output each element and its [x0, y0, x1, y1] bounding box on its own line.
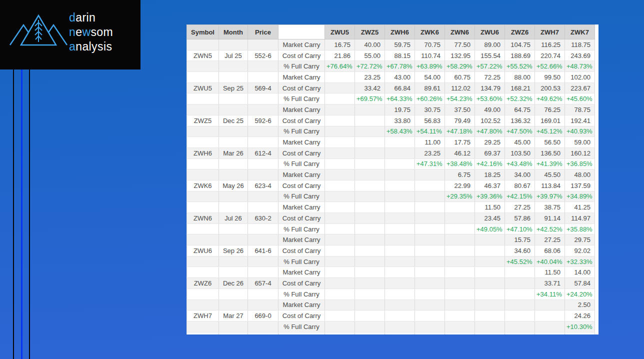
- price-cell: 641-6: [248, 246, 278, 256]
- price-cell: [248, 202, 278, 213]
- row-label-cell: % Full Carry: [278, 321, 325, 332]
- value-cell: 102.00: [565, 72, 595, 83]
- value-cell: 76.25: [535, 104, 565, 116]
- value-cell: 29.75: [565, 234, 595, 246]
- row-label-cell: Market Carry: [278, 72, 325, 83]
- value-cell: 99.50: [535, 72, 565, 83]
- value-cell: +42.16%: [475, 158, 505, 170]
- value-cell: 60.75: [445, 72, 475, 83]
- row-label-cell: Cost of Carry: [278, 115, 325, 126]
- symbol-cell: [187, 191, 219, 202]
- value-cell: +40.04%: [535, 256, 565, 267]
- price-cell: [248, 126, 278, 137]
- value-cell: 56.83: [415, 115, 445, 126]
- symbol-cell: [187, 170, 219, 180]
- row-label-cell: % Full Carry: [278, 224, 325, 234]
- symbol-cell: [187, 300, 219, 310]
- value-cell: [325, 288, 355, 300]
- value-cell: [385, 288, 415, 300]
- symbol-cell: [187, 40, 219, 50]
- row-label-cell: % Full Carry: [278, 158, 325, 170]
- value-cell: +32.33%: [565, 256, 595, 267]
- month-cell: [219, 158, 248, 170]
- value-cell: 103.50: [505, 148, 535, 158]
- table-row: ZWH6Mar 26612-4Cost of Carry23.2546.1269…: [187, 148, 595, 158]
- value-cell: 54.00: [415, 72, 445, 83]
- value-cell: [445, 202, 475, 213]
- value-cell: +29.35%: [445, 191, 475, 202]
- value-cell: [385, 234, 415, 246]
- price-cell: [248, 104, 278, 116]
- value-cell: 57.84: [565, 278, 595, 289]
- page: { "colors": { "logo_accent_blue": "#3ea2…: [0, 0, 644, 359]
- row-label-cell: Market Carry: [278, 40, 325, 50]
- table-row: ZWU5Sep 25569-4Cost of Carry33.4266.8489…: [187, 82, 595, 94]
- value-cell: [445, 246, 475, 256]
- value-cell: [385, 137, 415, 148]
- symbol-cell: [187, 137, 219, 148]
- price-cell: [248, 40, 278, 50]
- value-cell: [325, 137, 355, 148]
- value-cell: [355, 191, 385, 202]
- month-cell: [219, 267, 248, 278]
- value-cell: [475, 278, 505, 289]
- month-cell: [219, 137, 248, 148]
- column-header: Symbol: [187, 25, 219, 40]
- value-cell: +69.57%: [355, 94, 385, 104]
- value-cell: [385, 246, 415, 256]
- value-cell: [325, 321, 355, 332]
- value-cell: [385, 332, 415, 334]
- value-cell: +39.36%: [475, 191, 505, 202]
- symbol-cell: [187, 267, 219, 278]
- month-cell: [219, 40, 248, 50]
- value-cell: [355, 332, 385, 334]
- value-cell: [475, 256, 505, 267]
- value-cell: [355, 224, 385, 234]
- row-label-cell: Cost of Carry: [278, 310, 325, 322]
- row-label-cell: % Full Carry: [278, 256, 325, 267]
- table-row: Market Carry11.0017.7529.2545.0056.5059.…: [187, 137, 595, 148]
- month-cell: [219, 300, 248, 310]
- value-cell: [475, 321, 505, 332]
- table-row: % Full Carry+45.52%+40.04%+32.33%: [187, 256, 595, 267]
- value-cell: 34.00: [505, 170, 535, 180]
- value-cell: [385, 170, 415, 180]
- month-cell: [219, 202, 248, 213]
- table-row: ZWZ6Dec 26657-4Cost of Carry33.7157.84: [187, 278, 595, 289]
- price-cell: 630-2: [248, 213, 278, 224]
- table-row: ZWU6Sep 26641-6Cost of Carry34.6068.0692…: [187, 246, 595, 256]
- value-cell: [505, 267, 535, 278]
- value-cell: 79.49: [445, 115, 475, 126]
- value-cell: [385, 224, 415, 234]
- row-label-cell: Cost of Carry: [278, 148, 325, 158]
- row-label-cell: Market Carry: [278, 300, 325, 310]
- value-cell: [445, 256, 475, 267]
- value-cell: 136.50: [535, 148, 565, 158]
- value-cell: 38.75: [535, 202, 565, 213]
- value-cell: +76.64%: [325, 61, 355, 72]
- table-row: ZWN5Jul 25552-6Cost of Carry21.8655.0088…: [187, 50, 595, 61]
- value-cell: 22.99: [445, 180, 475, 191]
- value-cell: [325, 94, 355, 104]
- value-cell: [325, 170, 355, 180]
- table-row: Market Carry11.5027.2538.7541.25: [187, 202, 595, 213]
- price-cell: [248, 234, 278, 246]
- value-cell: +42.15%: [505, 191, 535, 202]
- month-cell: Sep 26: [219, 246, 248, 256]
- value-cell: +49.62%: [535, 94, 565, 104]
- value-cell: [475, 234, 505, 246]
- value-cell: [355, 148, 385, 158]
- value-cell: +49.05%: [475, 224, 505, 234]
- value-cell: [445, 332, 475, 334]
- row-label-cell: % Full Carry: [278, 61, 325, 72]
- month-cell: Sep 25: [219, 82, 248, 94]
- value-cell: [535, 321, 565, 332]
- value-cell: [475, 246, 505, 256]
- value-cell: +63.89%: [415, 61, 445, 72]
- value-cell: [535, 300, 565, 310]
- month-cell: [219, 61, 248, 72]
- decor-line-black-right: [29, 70, 30, 359]
- price-cell: 592-6: [248, 115, 278, 126]
- column-header-blank: [278, 25, 325, 40]
- value-cell: 66.84: [385, 82, 415, 94]
